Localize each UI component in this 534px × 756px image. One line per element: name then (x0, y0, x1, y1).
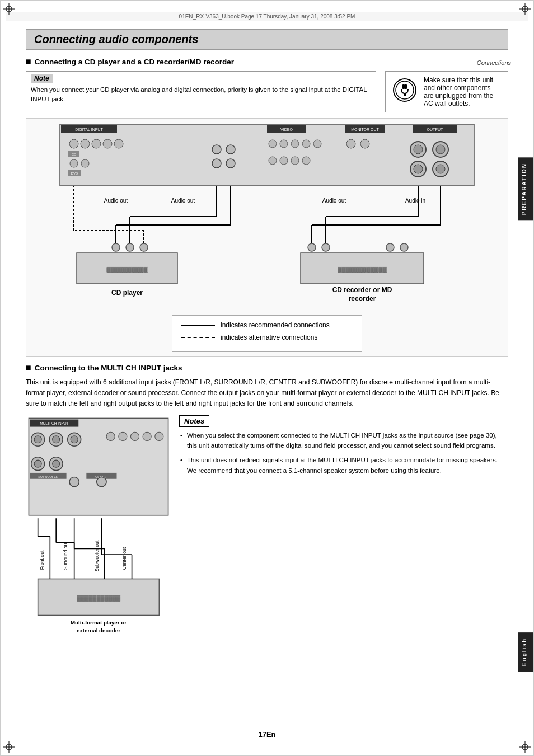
plug-icon (391, 77, 418, 107)
svg-point-40 (346, 139, 355, 148)
svg-point-37 (313, 140, 321, 148)
svg-point-34 (280, 140, 288, 148)
bullet2-icon: ■ (26, 363, 31, 373)
svg-text:Multi-format player or: Multi-format player or (71, 619, 127, 625)
warning-text: Make sure that this unit and other compo… (424, 76, 502, 107)
page-number: 17 (258, 730, 266, 739)
top-section-layout: Note When you connect your CD player via… (26, 71, 508, 112)
svg-point-20 (69, 139, 78, 148)
note-box: Note When you connect your CD player via… (26, 71, 376, 107)
svg-point-114 (130, 432, 139, 440)
svg-point-55 (226, 159, 235, 168)
svg-text:Audio out: Audio out (104, 198, 128, 204)
section-header: Connections (477, 59, 511, 66)
legend-solid: indicates recommended connections (181, 321, 353, 329)
note-text: When you connect your CD player via anal… (31, 85, 371, 105)
main-content: Connecting audio components ■ Connecting… (26, 24, 508, 641)
svg-point-45 (414, 145, 423, 154)
page-outer: 01EN_RX-V363_U.book Page 17 Thursday, Ja… (0, 0, 534, 756)
svg-text:Surround out: Surround out (63, 541, 68, 570)
svg-rect-15 (405, 84, 407, 89)
svg-point-41 (360, 139, 369, 148)
subsection2-body: This unit is equipped with 6 additional … (26, 377, 508, 410)
svg-point-56 (269, 157, 277, 165)
svg-text:OUTPUT: OUTPUT (427, 128, 444, 132)
svg-point-57 (280, 157, 288, 165)
svg-point-59 (302, 157, 310, 165)
svg-point-54 (212, 159, 221, 168)
svg-text:DVD: DVD (71, 172, 78, 175)
svg-text:CD recorder or MD: CD recorder or MD (332, 286, 392, 294)
svg-point-101 (71, 435, 78, 443)
svg-point-52 (212, 145, 221, 154)
svg-text:recorder: recorder (349, 295, 376, 303)
connection-svg: DIGITAL INPUT CD DVD VIDEO (26, 119, 508, 309)
svg-point-12 (394, 79, 416, 101)
svg-point-67 (308, 243, 316, 251)
subsection2: ■ Connecting to the MULTI CH INPUT jacks… (26, 364, 508, 641)
svg-text:Audio out: Audio out (322, 198, 346, 204)
svg-point-70 (400, 243, 408, 251)
svg-point-58 (291, 157, 299, 165)
legend-box: indicates recommended connections indica… (172, 315, 362, 352)
bullet-icon: ■ (26, 57, 31, 67)
svg-text:Front out: Front out (40, 550, 45, 570)
solid-line-icon (181, 325, 215, 326)
svg-text:Center out: Center out (121, 547, 127, 570)
svg-point-97 (34, 435, 41, 443)
svg-text:Audio out: Audio out (171, 198, 195, 204)
svg-text:Audio in: Audio in (405, 198, 425, 204)
bottom-notes: Notes When you select the component conn… (179, 415, 508, 641)
svg-text:SUBWOOFER: SUBWOOFER (38, 475, 58, 478)
svg-point-69 (386, 243, 394, 251)
subsection2-heading: ■ Connecting to the MULTI CH INPUT jacks (26, 364, 508, 373)
english-tab: English (518, 632, 533, 672)
page-footer: 17 En (1, 730, 533, 739)
svg-point-21 (81, 139, 90, 148)
dashed-line-icon (181, 337, 215, 338)
svg-rect-16 (404, 93, 406, 96)
warning-box: Make sure that this unit and other compo… (385, 71, 508, 112)
legend-solid-label: indicates recommended connections (221, 321, 330, 329)
file-meta-line: 01EN_RX-V363_U.book Page 17 Thursday, Ja… (6, 12, 528, 21)
svg-point-115 (143, 432, 151, 440)
svg-point-35 (291, 140, 299, 148)
svg-text:▓▓▓▓▓▓▓▓▓▓: ▓▓▓▓▓▓▓▓▓▓ (107, 266, 148, 273)
svg-text:VIDEO: VIDEO (280, 128, 293, 132)
svg-text:▓▓▓▓▓▓▓▓▓▓▓: ▓▓▓▓▓▓▓▓▓▓▓ (77, 595, 121, 602)
svg-point-112 (106, 432, 115, 440)
corner-bl (3, 741, 15, 753)
svg-point-66 (140, 243, 148, 251)
page-suffix: En (266, 730, 276, 739)
svg-point-111 (97, 477, 106, 486)
svg-text:▓▓▓▓▓▓▓▓▓▓▓▓: ▓▓▓▓▓▓▓▓▓▓▓▓ (338, 266, 387, 273)
svg-point-108 (69, 477, 79, 486)
svg-point-113 (119, 432, 127, 440)
bottom-layout: MULTI CH INPUT SUB (26, 415, 508, 641)
svg-point-36 (302, 140, 310, 148)
svg-text:MONITOR OUT: MONITOR OUT (351, 128, 379, 132)
svg-rect-14 (402, 84, 405, 89)
note-item-2: This unit does not redirect signals inpu… (179, 455, 508, 476)
svg-point-47 (436, 145, 445, 154)
svg-point-65 (126, 243, 134, 251)
svg-point-22 (92, 139, 101, 148)
svg-text:CD player: CD player (111, 289, 143, 297)
svg-point-105 (53, 460, 60, 467)
legend-dashed: indicates alternative connections (181, 334, 353, 341)
note-item-1: When you select the component connected … (179, 430, 508, 451)
svg-text:CD: CD (72, 153, 77, 156)
svg-point-13 (396, 81, 414, 99)
svg-text:DIGITAL INPUT: DIGITAL INPUT (75, 128, 103, 132)
notes-list: When you select the component connected … (179, 430, 508, 476)
section-title: Connecting audio components (34, 33, 500, 46)
svg-text:Subwoofer out: Subwoofer out (94, 540, 100, 571)
svg-point-103 (34, 460, 41, 467)
corner-br (519, 741, 531, 753)
svg-point-24 (114, 139, 123, 148)
connection-diagram-1: DIGITAL INPUT CD DVD VIDEO (26, 118, 508, 357)
svg-text:external decoder: external decoder (77, 627, 120, 633)
svg-point-23 (103, 139, 112, 148)
preparation-tab: PREPARATION (518, 157, 533, 220)
svg-text:MULTI CH INPUT: MULTI CH INPUT (40, 421, 68, 425)
